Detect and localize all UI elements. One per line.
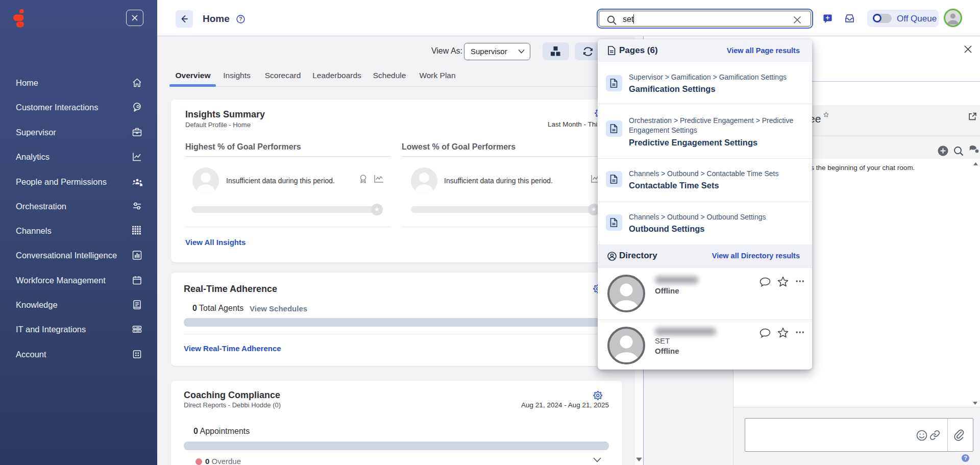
svg-text:?: ? [239, 16, 242, 22]
